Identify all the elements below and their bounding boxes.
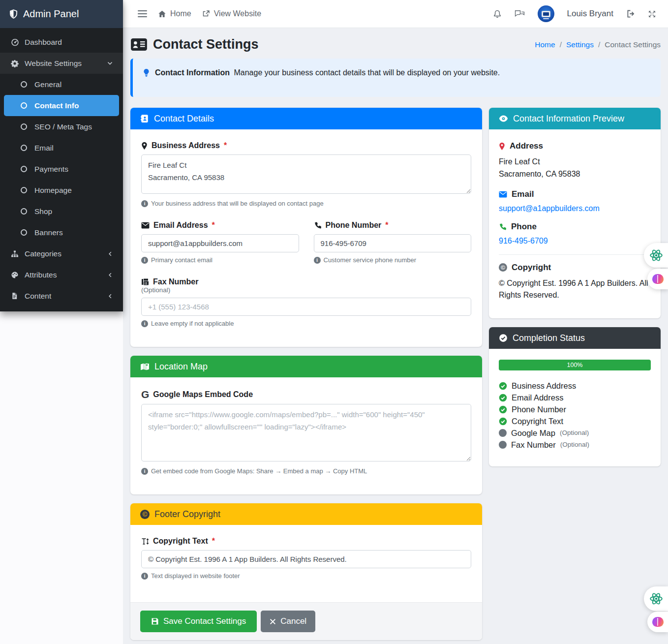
phone-label-row: Phone Number * [314, 221, 472, 230]
preview-phone-link[interactable]: 916-495-6709 [499, 237, 548, 245]
topbar-view-website-link[interactable]: View Website [202, 9, 261, 18]
sidebar-item-general[interactable]: General [0, 74, 123, 95]
sidebar-item-shop[interactable]: Shop [0, 201, 123, 222]
fullscreen-icon[interactable] [648, 10, 656, 18]
preview-email-section: Email [499, 189, 651, 199]
circle-icon [21, 229, 34, 236]
email-label: Email Address [153, 221, 208, 230]
sidebar-item-contact-info[interactable]: Contact Info [4, 95, 119, 116]
maps-embed-textarea[interactable] [141, 404, 471, 461]
fax-optional: (Optional) [141, 286, 471, 294]
contact-details-card: Contact Details Business Address * Fire … [130, 108, 482, 347]
info-icon: i [141, 200, 148, 207]
sidebar-item-payments[interactable]: Payments [0, 158, 123, 180]
extension-atom-button[interactable] [644, 243, 668, 268]
envelope-icon [141, 222, 150, 229]
breadcrumb-home[interactable]: Home [535, 40, 555, 49]
fax-input[interactable] [141, 298, 471, 316]
sidebar-item-label: Website Settings [25, 59, 82, 68]
check-circle-icon [499, 394, 507, 402]
sidebar-item-label: SEO / Meta Tags [34, 123, 92, 131]
contact-preview-card: Contact Information Preview Address Fire… [489, 108, 661, 318]
fax-icon [141, 278, 149, 286]
extension-brain-button[interactable] [647, 269, 668, 289]
lightbulb-icon [143, 68, 150, 78]
preview-address-line1: Fire Leaf Ct [499, 156, 651, 168]
contact-preview-header: Contact Information Preview [489, 108, 661, 129]
fax-help: i Leave empty if not applicable [141, 320, 471, 327]
topbar-home-link[interactable]: Home [158, 9, 191, 18]
address-card-icon [130, 38, 148, 51]
contact-preview-title: Contact Information Preview [513, 114, 624, 124]
checklist-item: Phone Number [499, 403, 651, 415]
close-icon [270, 618, 276, 625]
sidebar-item-categories[interactable]: Categories [0, 243, 123, 264]
sidebar-item-label: Homepage [34, 186, 72, 195]
envelope-icon [499, 191, 507, 198]
sidebar-item-dashboard[interactable]: Dashboard [0, 31, 123, 53]
sidebar-item-website-settings[interactable]: Website Settings [0, 53, 123, 74]
footer-copyright-title: Footer Copyright [154, 509, 220, 520]
avatar[interactable] [538, 5, 554, 22]
check-circle-icon [499, 382, 507, 390]
cancel-button[interactable]: Cancel [261, 611, 315, 632]
alert-body: Manage your business contact details tha… [234, 68, 500, 77]
sidebar-item-seo-meta-tags[interactable]: SEO / Meta Tags [0, 116, 123, 137]
main-area: Home View Website Louis Bryant [123, 0, 668, 644]
extension-brain-button[interactable] [647, 612, 668, 632]
phone-icon [499, 223, 507, 231]
phone-icon [314, 221, 322, 229]
copyright-text-input[interactable] [141, 550, 471, 568]
preview-copyright-text: © Copyright Est. 1996 A 1 App Builders. … [499, 277, 651, 302]
brand[interactable]: Admin Panel [0, 0, 123, 28]
info-icon: i [141, 468, 148, 475]
preview-email-link[interactable]: support@a1appbuilders.com [499, 204, 600, 213]
chevron-down-icon [107, 60, 113, 66]
completion-progress-bar: 100% [499, 360, 651, 370]
sidebar-item-label: Dashboard [25, 38, 62, 47]
messages-icon[interactable] [515, 9, 525, 18]
checklist-item: Fax Number (Optional) [499, 439, 651, 451]
sidebar-item-homepage[interactable]: Homepage [0, 180, 123, 201]
phone-input[interactable] [314, 234, 472, 252]
sidebar-item-label: Banners [34, 228, 63, 237]
sidebar-item-email[interactable]: Email [0, 137, 123, 158]
save-button[interactable]: Save Contact Settings [140, 611, 257, 632]
breadcrumb-current: Contact Settings [605, 40, 661, 49]
pending-circle-icon [499, 441, 507, 449]
completion-progress: 100% [499, 360, 651, 370]
copyright-icon: © [140, 510, 150, 519]
sidebar-item-content[interactable]: Content [0, 285, 123, 307]
map-pin-icon [141, 142, 148, 150]
topbar-home-label: Home [170, 9, 191, 18]
business-address-label: Business Address [152, 141, 220, 150]
page-title-row: Contact Settings [130, 37, 259, 52]
pending-circle-icon [499, 429, 507, 437]
email-help: i Primary contact email [141, 256, 299, 264]
user-name[interactable]: Louis Bryant [567, 9, 614, 19]
completion-status-title: Completion Status [513, 333, 585, 343]
circle-icon [21, 81, 34, 88]
sidebar-item-label: Categories [25, 249, 61, 258]
circle-icon [21, 145, 34, 151]
info-icon: i [141, 257, 148, 264]
business-address-textarea[interactable]: Fire Leaf Ct Sacramento, CA 95838 [141, 154, 471, 194]
email-input[interactable] [141, 234, 299, 252]
map-pin-icon [499, 142, 505, 151]
sidebar-item-banners[interactable]: Banners [0, 222, 123, 243]
breadcrumb-settings[interactable]: Settings [566, 40, 594, 49]
bell-icon[interactable] [493, 9, 502, 19]
sidebar-item-attributes[interactable]: Attributes [0, 264, 123, 285]
chevron-left-icon [107, 272, 113, 278]
completion-status-card: Completion Status 100% Business Address [489, 327, 661, 466]
logout-icon[interactable] [626, 9, 635, 18]
circle-icon [21, 102, 34, 109]
contact-details-title: Contact Details [154, 114, 214, 124]
circle-icon [21, 123, 34, 130]
sidebar-nav: Dashboard Website Settings General [0, 28, 123, 309]
extension-atom-button[interactable] [644, 586, 668, 611]
check-circle-icon [499, 334, 508, 342]
gear-icon [11, 60, 25, 67]
sidebar-toggle-button[interactable] [138, 8, 147, 19]
brand-title: Admin Panel [23, 8, 79, 20]
